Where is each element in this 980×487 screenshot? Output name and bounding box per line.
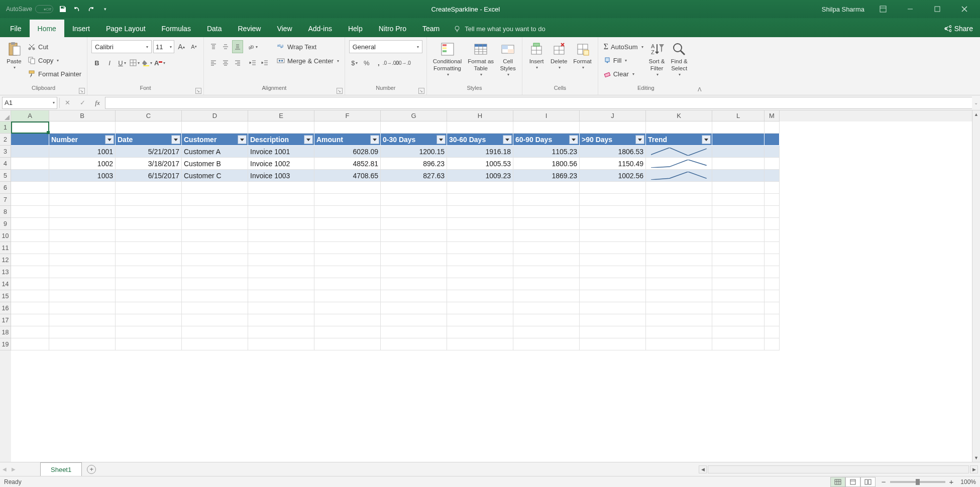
- cell[interactable]: [11, 218, 49, 230]
- cell[interactable]: [49, 242, 116, 254]
- cell[interactable]: [447, 326, 513, 338]
- filter-button[interactable]: [105, 135, 114, 144]
- row-header-12[interactable]: 12: [0, 254, 11, 266]
- cell[interactable]: [712, 230, 765, 242]
- cell[interactable]: Number: [49, 134, 116, 146]
- filter-button[interactable]: [304, 135, 313, 144]
- autosave-toggle[interactable]: AutoSave ●Off: [6, 5, 53, 13]
- cell[interactable]: [182, 302, 248, 314]
- tab-insert[interactable]: Insert: [64, 20, 98, 37]
- cell[interactable]: [580, 194, 646, 206]
- cell[interactable]: [447, 121, 513, 134]
- cell[interactable]: [314, 242, 381, 254]
- cell[interactable]: [712, 266, 765, 278]
- cell[interactable]: [314, 278, 381, 290]
- row-header-5[interactable]: 5: [0, 170, 11, 182]
- cell[interactable]: [11, 338, 49, 350]
- view-page-break-icon[interactable]: [860, 477, 876, 487]
- cell[interactable]: [11, 242, 49, 254]
- cell[interactable]: Invoice 1003: [248, 170, 314, 182]
- scroll-down-icon[interactable]: ▼: [972, 454, 980, 462]
- cell[interactable]: [712, 302, 765, 314]
- qat-customize-icon[interactable]: ▾: [100, 5, 110, 14]
- cell[interactable]: [49, 182, 116, 194]
- align-left-icon[interactable]: [208, 56, 219, 69]
- spreadsheet-grid[interactable]: ABCDEFGHIJKLM 12345678910111213141516171…: [0, 110, 980, 462]
- cell[interactable]: [182, 242, 248, 254]
- cell[interactable]: [712, 134, 765, 146]
- cell[interactable]: [11, 230, 49, 242]
- cell[interactable]: [182, 266, 248, 278]
- font-size-select[interactable]: 11▾: [153, 40, 174, 53]
- clipboard-dialog-launcher[interactable]: ↘: [79, 88, 85, 94]
- cell[interactable]: [447, 242, 513, 254]
- sheet-tab-sheet1[interactable]: Sheet1: [40, 462, 82, 476]
- cell[interactable]: Customer: [182, 134, 248, 146]
- cell[interactable]: Customer C: [182, 170, 248, 182]
- cell[interactable]: [314, 302, 381, 314]
- cell[interactable]: [765, 218, 780, 230]
- cell[interactable]: [314, 326, 381, 338]
- cell[interactable]: [11, 314, 49, 326]
- cell[interactable]: 896.23: [381, 158, 447, 170]
- cell[interactable]: [580, 290, 646, 302]
- expand-formula-bar-icon[interactable]: ⌄: [972, 100, 980, 105]
- tab-data[interactable]: Data: [199, 20, 230, 37]
- cell[interactable]: [447, 290, 513, 302]
- cell[interactable]: [513, 230, 580, 242]
- cell[interactable]: [381, 338, 447, 350]
- orientation-button[interactable]: ab▾: [247, 40, 258, 53]
- cell[interactable]: [646, 121, 712, 134]
- cell[interactable]: [11, 206, 49, 218]
- cell[interactable]: [182, 254, 248, 266]
- zoom-slider[interactable]: [890, 481, 945, 483]
- cell[interactable]: [447, 338, 513, 350]
- cell[interactable]: [49, 290, 116, 302]
- cell[interactable]: [580, 182, 646, 194]
- cell[interactable]: [11, 266, 49, 278]
- cell[interactable]: [712, 242, 765, 254]
- cell[interactable]: 1105.23: [513, 146, 580, 158]
- cell[interactable]: [49, 266, 116, 278]
- zoom-in-button[interactable]: +: [949, 477, 954, 486]
- cell[interactable]: [248, 218, 314, 230]
- cell[interactable]: [248, 121, 314, 134]
- font-color-button[interactable]: A▾: [154, 56, 165, 69]
- cell[interactable]: [11, 302, 49, 314]
- cell[interactable]: [580, 338, 646, 350]
- cell[interactable]: [513, 206, 580, 218]
- cell[interactable]: 3/18/2017: [116, 158, 182, 170]
- cell[interactable]: [646, 230, 712, 242]
- tab-addins[interactable]: Add-ins: [300, 20, 340, 37]
- cell[interactable]: 1002.56: [580, 170, 646, 182]
- cell[interactable]: [116, 242, 182, 254]
- cell[interactable]: 30-60 Days: [447, 134, 513, 146]
- align-bottom-icon[interactable]: [232, 40, 243, 53]
- cell[interactable]: [49, 218, 116, 230]
- cell[interactable]: [765, 278, 780, 290]
- wrap-text-button[interactable]: abWrap Text: [275, 40, 341, 53]
- cell[interactable]: [116, 206, 182, 218]
- filter-button[interactable]: [635, 135, 644, 144]
- cell[interactable]: [712, 326, 765, 338]
- cell[interactable]: [248, 254, 314, 266]
- cell[interactable]: 1806.53: [580, 146, 646, 158]
- column-header-A[interactable]: A: [11, 110, 49, 121]
- cell[interactable]: Invoice 1001: [248, 146, 314, 158]
- cell[interactable]: 1200.15: [381, 146, 447, 158]
- cell[interactable]: [646, 338, 712, 350]
- view-normal-icon[interactable]: [830, 477, 845, 487]
- select-all-button[interactable]: [0, 110, 11, 121]
- cell[interactable]: [381, 290, 447, 302]
- cell[interactable]: [447, 302, 513, 314]
- cell[interactable]: [513, 326, 580, 338]
- cell[interactable]: [314, 266, 381, 278]
- align-right-icon[interactable]: [232, 56, 243, 69]
- cell[interactable]: [11, 254, 49, 266]
- cell[interactable]: [765, 338, 780, 350]
- cell[interactable]: [49, 314, 116, 326]
- cell[interactable]: 60-90 Days: [513, 134, 580, 146]
- close-icon[interactable]: [956, 4, 973, 15]
- cell[interactable]: [765, 146, 780, 158]
- cell[interactable]: [381, 182, 447, 194]
